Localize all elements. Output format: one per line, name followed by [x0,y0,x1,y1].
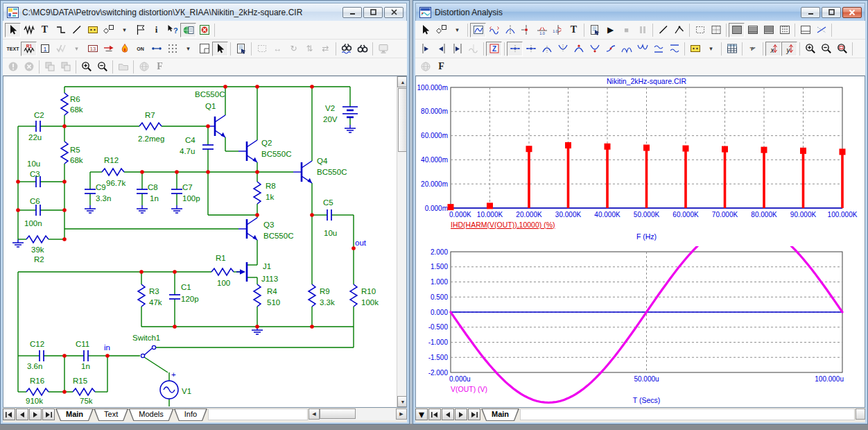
zoom-out-button[interactable] [94,60,110,74]
component-mode-button[interactable] [21,23,37,37]
vertical-scroll-thumb[interactable] [398,88,407,152]
zoom-region-button[interactable] [834,42,850,56]
plot-list-dropdown[interactable]: ▾ [415,409,428,420]
operating-point-button[interactable]: 'P' [745,42,761,56]
font-tool-button[interactable]: F [433,60,449,74]
close-button[interactable] [842,7,862,18]
select-region-button[interactable] [692,23,708,37]
numeric-output-button[interactable] [724,42,740,56]
shape-dropdown-button[interactable]: ▾ [449,23,465,37]
diagonal-wire-mode-button[interactable] [69,23,85,37]
show-condition-button[interactable]: ON [132,42,148,56]
tangent-mode-button[interactable] [813,23,829,37]
last-page-button[interactable] [468,409,480,420]
grid-toggle-button[interactable] [708,23,724,37]
select-tool-button[interactable] [5,23,21,37]
plot-area[interactable]: Nikitin_2kHz-square.CIR100.000m80.000m60… [415,76,865,408]
next-point-left-button[interactable] [507,42,523,56]
flag-mode-button[interactable] [132,23,148,37]
point-tag-mode-button[interactable] [518,23,534,37]
enable-disable-mode-button[interactable] [196,23,212,37]
show-node-numbers-button[interactable]: 1 [37,42,53,56]
tab-main[interactable]: Main [481,409,519,421]
browse-web-page-button[interactable] [180,23,196,37]
first-page-button[interactable] [428,409,441,420]
scroll-down-button[interactable]: ▼ [397,396,407,407]
top-of-window-button[interactable] [666,42,682,56]
add-tag-component-button[interactable] [687,42,703,56]
maximize-button[interactable] [822,7,841,18]
single-plot-toggle-button[interactable] [797,23,813,37]
text-mode-button[interactable]: T [37,23,53,37]
pattern-columns-button[interactable] [776,23,792,37]
go-to-peak-button[interactable] [539,42,555,56]
grid-toggle-button[interactable] [164,42,180,56]
last-page-button[interactable] [42,409,55,420]
close-button[interactable] [384,7,403,18]
bottom-of-window-button[interactable] [650,42,666,56]
info-mode-button[interactable]: i [148,23,164,37]
shape-dropdown-button[interactable]: ▾ [116,23,132,37]
scale-mode-button[interactable] [470,23,486,37]
vertical-tag-mode-button[interactable]: 1.0 [550,23,566,37]
minimize-button[interactable] [342,7,362,18]
next-page-button[interactable] [29,409,42,420]
next-point-right-button[interactable] [523,42,539,56]
go-to-low-button[interactable] [587,42,602,56]
horizontal-tag-mode-button[interactable]: 1.0 [534,23,550,37]
tab-models[interactable]: Models [128,409,173,421]
go-to-inflection-button[interactable] [602,42,618,56]
show-current-button[interactable] [101,42,116,56]
tab-text[interactable]: Text [94,409,128,421]
line-mode-button[interactable] [655,23,671,37]
scroll-right-button[interactable]: ▶ [396,409,407,420]
select-tool-button[interactable] [417,23,433,37]
node-snap-button[interactable] [148,42,164,56]
schematic-horizontal-scrollbar[interactable]: ◀ ▶ [309,409,407,420]
zoom-in-button[interactable] [802,42,818,56]
go-to-valley-button[interactable] [555,42,571,56]
cursor-right-button[interactable] [433,42,449,56]
maximize-button[interactable] [363,7,383,18]
tab-main[interactable]: Main [55,409,94,421]
scroll-up-button[interactable]: ▲ [397,76,407,87]
cursor-both-button[interactable] [449,42,465,56]
pattern-grid-button[interactable] [761,23,776,37]
pane-size-grip[interactable] [856,409,865,420]
split-text-area-button[interactable] [196,42,212,56]
text-attributes-toggle-button[interactable]: TEXT [5,42,21,56]
select-mode-button[interactable] [212,42,228,56]
wire-mode-button[interactable] [53,23,69,37]
pattern-vertical-lines-button[interactable] [729,23,745,37]
x-axis-settings-button[interactable]: x [765,42,781,56]
polyline-mode-button[interactable] [671,23,687,37]
tab-info[interactable]: Info [174,409,207,421]
shape-mode-button[interactable] [433,23,449,37]
minimize-button[interactable] [801,7,820,18]
y-axis-settings-button[interactable]: y [781,42,797,56]
tag-dropdown-button[interactable]: ▾ [703,42,719,56]
scroll-left-button[interactable]: ◀ [309,409,320,420]
global-high-button[interactable] [618,42,634,56]
attributes-dialog-button[interactable] [233,42,249,56]
cursor-left-button[interactable] [417,42,433,56]
find-part-button[interactable] [338,42,354,56]
find-next-button[interactable] [354,42,370,56]
properties-dialog-button[interactable] [587,23,602,37]
cursor-mode-button[interactable] [502,23,518,37]
first-page-button[interactable] [3,409,15,420]
previous-page-button[interactable] [16,409,28,420]
shape-mode-button[interactable] [101,23,116,37]
show-pin-numbers-button[interactable]: 13 [85,42,101,56]
run-analysis-button[interactable]: ▶ [602,23,618,37]
analysis-window-titlebar[interactable]: Distortion Analysis [415,3,865,21]
show-attribute-text-button[interactable]: R1 [21,42,37,56]
text-mode-button[interactable]: T [566,23,582,37]
pan-mode-button[interactable] [486,23,502,37]
pattern-horizontal-lines-button[interactable] [745,23,761,37]
horizontal-scroll-thumb[interactable] [320,409,356,419]
next-page-button[interactable] [455,409,467,420]
show-power-button[interactable] [116,42,132,56]
zero-mode-button[interactable]: Z [486,42,502,56]
schematic-canvas[interactable]: R668kC222uR568kR72.2meg10uC3C6100nR1296.… [3,76,397,407]
